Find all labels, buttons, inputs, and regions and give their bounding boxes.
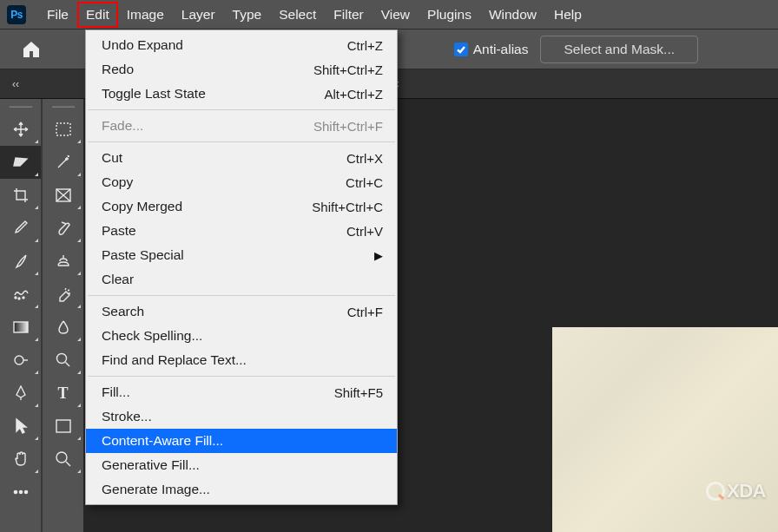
menu-item-check-spelling[interactable]: Check Spelling... [86,324,397,348]
menu-layer[interactable]: Layer [173,2,224,28]
menu-item-search[interactable]: SearchCtrl+F [86,299,397,324]
svg-marker-0 [14,158,27,166]
menu-separator [88,109,395,110]
anti-alias-checkbox[interactable]: Anti-alias [454,42,529,57]
blur-tool[interactable] [43,311,83,344]
menu-item-copy-merged[interactable]: Copy MergedShift+Ctrl+C [86,194,397,219]
svg-point-1 [15,297,16,299]
toolbox-left-column [0,99,42,532]
frame-tool[interactable] [43,179,83,212]
svg-point-2 [18,298,20,299]
svg-point-13 [56,452,67,463]
menu-plugins[interactable]: Plugins [419,2,480,28]
menu-item-fade: Fade...Shift+Ctrl+F [86,114,397,138]
toolbox-grip[interactable] [0,102,41,111]
menu-separator [88,295,395,296]
menu-bar: Ps FileEditImageLayerTypeSelectFilterVie… [0,0,778,30]
menu-separator [88,376,395,377]
menu-item-find-and-replace-text[interactable]: Find and Replace Text... [86,348,397,372]
menu-item-paste-special[interactable]: Paste Special▶ [86,243,397,267]
watermark-icon [706,482,725,501]
menu-file[interactable]: File [38,2,77,28]
crop-tool[interactable] [0,179,41,212]
menu-view[interactable]: View [373,2,419,28]
menu-item-toggle-last-state[interactable]: Toggle Last StateAlt+Ctrl+Z [86,82,397,106]
menu-filter[interactable]: Filter [325,2,372,28]
menu-item-generate-image[interactable]: Generate Image... [86,477,397,502]
eraser-tool[interactable] [43,278,83,311]
dodge-tool[interactable] [0,344,41,377]
eyedropper-tool[interactable] [0,212,41,245]
svg-point-7 [19,490,22,493]
chevron-left-icon[interactable]: ‹‹ [9,76,23,92]
magic-wand-tool[interactable] [43,146,83,179]
toolbox-grip[interactable] [43,102,83,111]
svg-point-5 [15,356,23,365]
edit-menu-dropdown: Undo ExpandCtrl+ZRedoShift+Ctrl+ZToggle … [85,30,398,505]
submenu-arrow-icon: ▶ [374,249,383,262]
watermark: XDA [706,480,766,502]
svg-point-6 [14,490,16,493]
lasso-tool[interactable] [0,146,41,179]
menu-item-undo-expand[interactable]: Undo ExpandCtrl+Z [86,33,397,57]
menu-item-cut[interactable]: CutCtrl+X [86,146,397,170]
svg-point-8 [24,490,27,493]
type-tool[interactable]: T [43,377,83,410]
pen-tool[interactable] [0,377,41,410]
menu-item-redo[interactable]: RedoShift+Ctrl+Z [86,57,397,82]
home-button[interactable] [16,37,47,62]
menu-select[interactable]: Select [270,2,325,28]
menu-help[interactable]: Help [545,2,590,28]
menu-window[interactable]: Window [480,2,545,28]
magnify-tool[interactable] [43,443,83,476]
svg-point-3 [23,297,24,299]
svg-rect-9 [56,123,70,135]
gradient-tool[interactable] [0,311,41,344]
menu-type[interactable]: Type [224,2,271,28]
svg-point-11 [56,354,66,364]
spot-healing-tool[interactable] [43,212,83,245]
menu-item-content-aware-fill[interactable]: Content-Aware Fill... [86,429,397,453]
menu-item-fill[interactable]: Fill...Shift+F5 [86,380,397,404]
selection-arrow-tool[interactable] [0,410,41,443]
menu-separator [88,141,395,142]
menu-item-clear[interactable]: Clear [86,267,397,292]
toolbox-right-column: T [42,99,83,532]
rectangle-tool[interactable] [43,410,83,443]
menu-image[interactable]: Image [118,2,173,28]
checkbox-checked-icon [454,43,468,56]
move-tool[interactable] [0,113,41,146]
ps-logo: Ps [7,5,26,24]
menu-item-generative-fill[interactable]: Generative Fill... [86,453,397,477]
menu-item-copy[interactable]: CopyCtrl+C [86,170,397,194]
svg-rect-12 [56,420,70,432]
menu-item-stroke[interactable]: Stroke... [86,404,397,429]
svg-rect-4 [14,322,28,332]
brush-tool[interactable] [0,245,41,278]
select-and-mask-button[interactable]: Select and Mask... [540,36,698,63]
marquee-tool[interactable] [43,113,83,146]
healing-brush-tool[interactable] [0,278,41,311]
zoom-tool[interactable] [43,344,83,377]
hand-tool[interactable] [0,443,41,476]
menu-edit[interactable]: Edit [77,2,118,28]
more-tools[interactable] [0,476,41,509]
clone-stamp-tool[interactable] [43,245,83,278]
menu-item-paste[interactable]: PasteCtrl+V [86,219,397,243]
